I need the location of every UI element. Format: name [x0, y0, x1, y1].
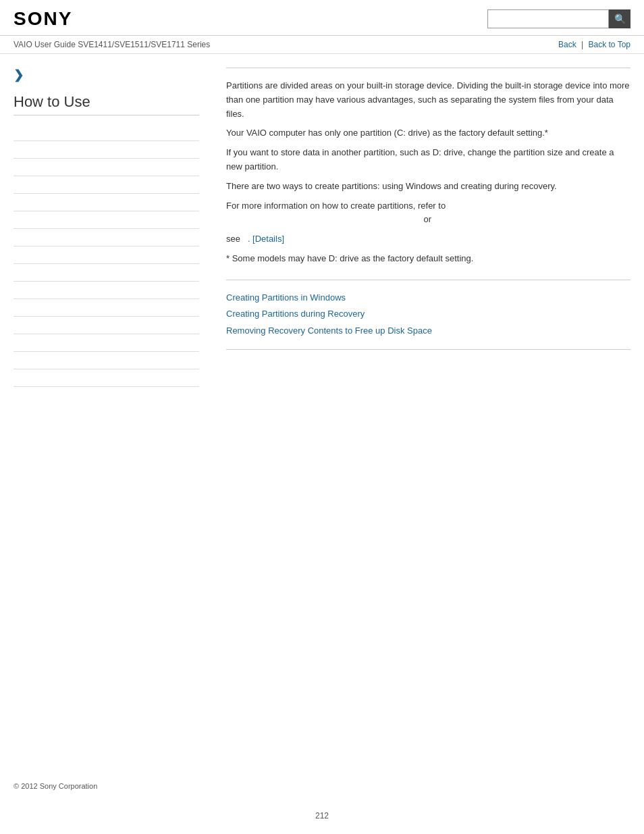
paragraph-5b: see . [Details] — [226, 232, 630, 246]
breadcrumb: VAIO User Guide SVE1411/SVE1511/SVE1711 … — [14, 40, 210, 49]
note: * Some models may have D: drive as the f… — [226, 252, 630, 266]
paragraph-3: If you want to store data in another par… — [226, 146, 630, 174]
list-item — [14, 299, 199, 317]
content-links-section: Creating Partitions in Windows Creating … — [226, 280, 630, 350]
nav-links: Back | Back to Top — [558, 40, 630, 49]
sidebar-nav — [14, 124, 199, 387]
paragraph-2: Your VAIO computer has only one partitio… — [226, 126, 630, 140]
content: Partitions are divided areas on your bui… — [213, 54, 630, 387]
search-button[interactable]: 🔍 — [609, 9, 630, 28]
search-icon: 🔍 — [614, 14, 626, 24]
sidebar: ❯ How to Use — [14, 54, 213, 387]
link-creating-windows[interactable]: Creating Partitions in Windows — [226, 290, 630, 307]
paragraph-4: There are two ways to create partitions:… — [226, 180, 630, 194]
list-item — [14, 317, 199, 334]
sidebar-title: How to Use — [14, 93, 199, 115]
list-item — [14, 369, 199, 387]
back-link[interactable]: Back — [558, 40, 576, 49]
footer: © 2012 Sony Corporation — [0, 767, 644, 798]
search-input[interactable] — [487, 9, 609, 28]
list-item — [14, 211, 199, 229]
list-item — [14, 176, 199, 194]
nav-bar: VAIO User Guide SVE1411/SVE1511/SVE1711 … — [0, 36, 644, 54]
list-item — [14, 246, 199, 264]
list-item — [14, 282, 199, 299]
content-body: Partitions are divided areas on your bui… — [226, 68, 630, 266]
copyright: © 2012 Sony Corporation — [14, 782, 97, 790]
details-link[interactable]: . [Details] — [248, 234, 284, 244]
paragraph-1: Partitions are divided areas on your bui… — [226, 79, 630, 121]
main-container: ❯ How to Use P — [0, 54, 644, 387]
list-item — [14, 124, 199, 141]
header: SONY 🔍 — [0, 0, 644, 36]
list-item — [14, 352, 199, 369]
list-item — [14, 194, 199, 211]
link-creating-recovery[interactable]: Creating Partitions during Recovery — [226, 306, 630, 323]
list-item — [14, 229, 199, 246]
list-item — [14, 141, 199, 159]
nav-separator: | — [581, 40, 583, 49]
list-item — [14, 334, 199, 352]
list-item — [14, 264, 199, 282]
list-item — [14, 159, 199, 176]
search-area: 🔍 — [487, 9, 630, 28]
paragraph-5: For more information on how to create pa… — [226, 199, 630, 228]
back-to-top-link[interactable]: Back to Top — [589, 40, 630, 49]
sidebar-arrow: ❯ — [14, 68, 199, 82]
link-removing-recovery[interactable]: Removing Recovery Contents to Free up Di… — [226, 323, 630, 340]
sony-logo: SONY — [14, 8, 72, 30]
page-number: 212 — [0, 798, 644, 834]
